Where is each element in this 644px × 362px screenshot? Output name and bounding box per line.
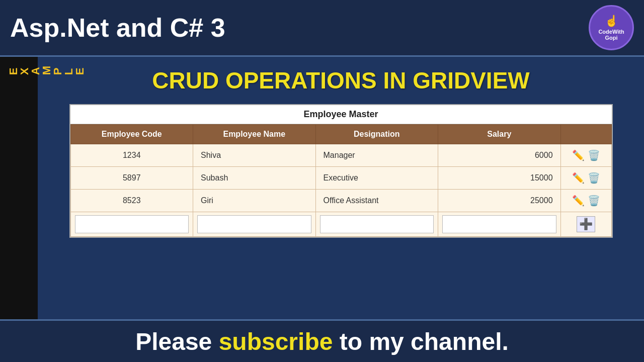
- main-content: LIVEEXAMPLE CRUD OPERATIONS IN GRIDVIEW …: [0, 57, 644, 319]
- row1-name: Shiva: [193, 144, 316, 167]
- row2-actions: ✏️ 🗑️: [560, 167, 611, 190]
- top-header: Asp.Net and C# 3 ☝ CodeWith Gopi: [0, 0, 644, 57]
- row1-designation: Manager: [315, 144, 438, 167]
- logo-circle: ☝ CodeWith Gopi: [589, 5, 634, 50]
- input-name-cell[interactable]: [193, 212, 316, 237]
- row2-salary: 15000: [438, 167, 561, 190]
- input-salary-cell[interactable]: [438, 212, 561, 237]
- table-caption: Employee Master: [70, 105, 612, 124]
- input-code-cell[interactable]: [70, 212, 193, 237]
- col-header-designation: Designation: [315, 125, 438, 144]
- footer-text: Please subscribe to my channel.: [135, 328, 509, 355]
- logo-text2: Gopi: [605, 35, 617, 41]
- row3-code: 8523: [70, 190, 193, 212]
- col-header-name: Employee Name: [193, 125, 316, 144]
- edit-icon[interactable]: ✏️: [572, 172, 585, 184]
- delete-icon[interactable]: 🗑️: [588, 172, 600, 184]
- row3-actions: ✏️ 🗑️: [560, 190, 611, 212]
- input-designation-cell[interactable]: [315, 212, 438, 237]
- input-code[interactable]: [75, 215, 189, 233]
- row1-salary: 6000: [438, 144, 561, 167]
- col-header-code: Employee Code: [70, 125, 193, 144]
- bottom-banner: Please subscribe to my channel.: [0, 319, 644, 362]
- row1-code: 1234: [70, 144, 193, 167]
- col-header-actions: [560, 125, 611, 144]
- delete-icon[interactable]: 🗑️: [588, 195, 600, 207]
- edit-icon[interactable]: ✏️: [572, 195, 585, 207]
- live-sidebar: LIVEEXAMPLE: [0, 57, 38, 319]
- center-area: CRUD OPERATIONS IN GRIDVIEW Employee Mas…: [38, 57, 644, 319]
- row2-designation: Executive: [315, 167, 438, 190]
- row3-designation: Office Assistant: [315, 190, 438, 212]
- footer-text-before: Please: [135, 328, 218, 355]
- table-row: 8523 Giri Office Assistant 25000 ✏️ 🗑️: [70, 190, 611, 212]
- table-header-row: Employee Code Employee Name Designation …: [70, 125, 611, 144]
- table-container: Employee Master Employee Code Employee N…: [69, 104, 613, 238]
- row2-code: 5897: [70, 167, 193, 190]
- input-salary[interactable]: [442, 215, 556, 233]
- table-row: 1234 Shiva Manager 6000 ✏️ 🗑️: [70, 144, 611, 167]
- row3-name: Giri: [193, 190, 316, 212]
- input-name[interactable]: [197, 215, 311, 233]
- live-example-text: LIVEEXAMPLE: [0, 62, 86, 75]
- logo-icon: ☝: [605, 15, 618, 28]
- logo-text1: CodeWith: [598, 29, 624, 35]
- page-title: CRUD OPERATIONS IN GRIDVIEW: [152, 67, 530, 94]
- row1-actions: ✏️ 🗑️: [560, 144, 611, 167]
- footer-text-highlight: subscribe: [219, 328, 333, 355]
- input-row: ➕: [70, 212, 611, 237]
- input-add-cell: ➕: [560, 212, 611, 237]
- header-title: Asp.Net and C# 3: [10, 13, 225, 43]
- row2-name: Subash: [193, 167, 316, 190]
- edit-icon[interactable]: ✏️: [572, 149, 585, 161]
- table-row: 5897 Subash Executive 15000 ✏️ 🗑️: [70, 167, 611, 190]
- employee-table: Employee Code Employee Name Designation …: [70, 124, 612, 237]
- input-designation[interactable]: [320, 215, 434, 233]
- row3-salary: 25000: [438, 190, 561, 212]
- delete-icon[interactable]: 🗑️: [588, 149, 600, 161]
- col-header-salary: Salary: [438, 125, 561, 144]
- add-icon[interactable]: ➕: [577, 216, 595, 232]
- footer-text-after: to my channel.: [333, 328, 508, 355]
